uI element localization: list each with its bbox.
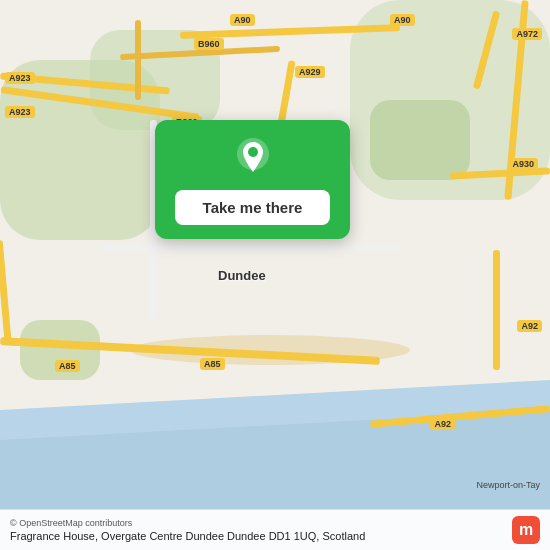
city-label-dundee: Dundee (218, 268, 266, 283)
road-label-a923-2: A923 (5, 106, 35, 118)
road-label-a90-2: A90 (390, 14, 415, 26)
road-label-b960-1: B960 (194, 38, 224, 50)
bottom-info-bar: © OpenStreetMap contributors Fragrance H… (0, 509, 550, 550)
bottom-left-info: © OpenStreetMap contributors Fragrance H… (10, 518, 365, 542)
road-label-a85-1: A85 (55, 360, 80, 372)
moovit-logo-icon: m (512, 516, 540, 544)
address-text: Fragrance House, Overgate Centre Dundee … (10, 530, 365, 542)
osm-credit: © OpenStreetMap contributors (10, 518, 365, 528)
road-label-a92-2: A92 (517, 320, 542, 332)
road-label-a90-1: A90 (230, 14, 255, 26)
moovit-logo: m (512, 516, 540, 544)
map-container: A90 A90 A972 A929 A923 A923 B960 B960 A9… (0, 0, 550, 550)
svg-point-1 (248, 147, 258, 157)
take-me-there-button[interactable]: Take me there (175, 190, 330, 225)
road-label-a923-1: A923 (5, 72, 35, 84)
road-label-a85-2: A85 (200, 358, 225, 370)
road-label-a972: A972 (512, 28, 542, 40)
destination-card: Take me there (155, 120, 350, 239)
road-label-a930: A930 (508, 158, 538, 170)
road-a92-mid (493, 250, 500, 370)
newport-label: Newport-on-Tay (476, 480, 540, 490)
road-label-a92-1: A92 (430, 418, 455, 430)
green-area-4 (370, 100, 470, 180)
road-h-center (100, 245, 400, 251)
location-pin-icon (231, 136, 275, 180)
road-b960-v (135, 20, 141, 100)
road-label-a929: A929 (295, 66, 325, 78)
